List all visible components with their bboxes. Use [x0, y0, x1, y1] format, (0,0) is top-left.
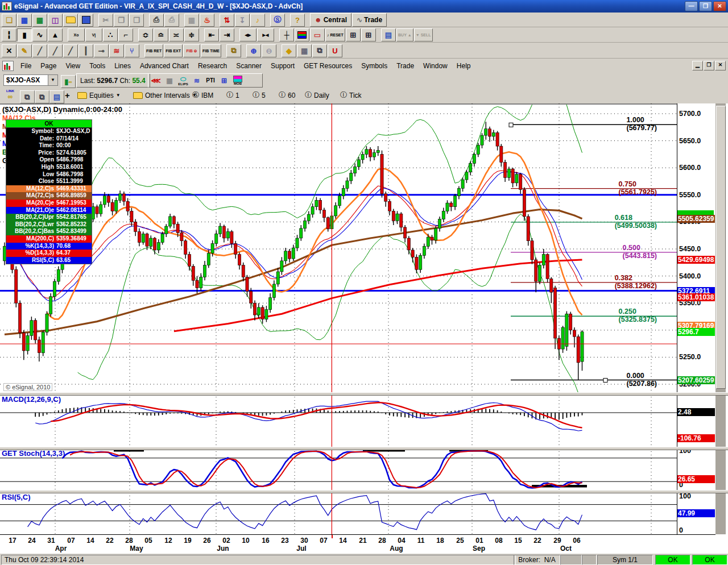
restore-button[interactable]: ❐ [699, 1, 712, 11]
candle-chart-icon[interactable]: ▮ [17, 28, 32, 41]
menu-item-support[interactable]: Support [266, 60, 299, 72]
context-help-icon[interactable]: ? [290, 14, 305, 27]
extended-line-icon[interactable]: ╱ [63, 44, 78, 57]
menu-item-advanced-chart[interactable]: Advanced Chart [135, 60, 193, 72]
save-icon[interactable] [78, 14, 93, 27]
trade-button[interactable]: ∿Trade [352, 13, 387, 27]
equities-folder[interactable]: Equities▼ [74, 89, 124, 102]
quote-window-icon[interactable]: ▦ [32, 14, 47, 27]
menu-item-tools[interactable]: Tools [85, 60, 110, 72]
hot-function-icon[interactable]: ♨ [200, 14, 214, 27]
mdi-minimize-button[interactable]: ▁ [692, 61, 703, 70]
menu-item-file[interactable]: File [16, 60, 36, 72]
pan-left-icon[interactable]: ◀▶ [239, 28, 257, 41]
open-icon[interactable] [63, 14, 78, 27]
rewind-arrows-icon[interactable]: ⋘ [150, 74, 162, 86]
menu-item-symbols[interactable]: Symbols [357, 60, 392, 72]
grid-tool-icon[interactable]: ▦ [163, 74, 176, 86]
crosshair-toggle-icon[interactable]: ┼ [279, 28, 294, 41]
volume-bars-icon[interactable]: V| [85, 28, 102, 41]
window-copy2-icon[interactable]: ⧉ [35, 90, 49, 103]
panel-separator[interactable] [0, 392, 728, 396]
new-chart-icon[interactable]: ❏ [2, 14, 16, 27]
alert-bell-icon[interactable]: ♪ [250, 14, 265, 27]
central-button[interactable]: ☻Central [310, 13, 351, 27]
symbol-search-icon[interactable]: Ⓢ [270, 14, 285, 27]
interval-60[interactable]: Ⓘ60 [275, 89, 299, 102]
add-symbol-icon[interactable]: + [65, 90, 70, 100]
fib-retracement-icon[interactable]: FIB RET [144, 44, 163, 57]
sort-updown-icon[interactable]: ⇅ [220, 14, 234, 27]
print-icon[interactable]: ⎙ [149, 14, 164, 27]
pti-icon[interactable]: PTI [204, 74, 217, 86]
pencil-icon[interactable]: ✎ [17, 44, 32, 57]
stretch-scale-icon[interactable]: ≑ [184, 28, 199, 41]
scrollbar-thumb[interactable] [716, 106, 726, 389]
fan-lines-icon[interactable]: ⑂ [125, 44, 139, 57]
sell-button-icon[interactable]: ▼ SELL [414, 28, 433, 41]
menu-item-scanner[interactable]: Scanner [231, 60, 266, 72]
regression-lines-icon[interactable]: ≋ [191, 74, 203, 86]
symbol-input[interactable]: $XJO-ASX▼ [3, 74, 58, 86]
compress-bars-icon[interactable]: ≎ [138, 28, 153, 41]
menu-item-research[interactable]: Research [193, 60, 231, 72]
properties-icon[interactable]: ▤ [49, 90, 64, 103]
symbol-shortcut-ibm[interactable]: ⓈIBM [189, 89, 217, 102]
window-copy-icon[interactable]: ⧉ [20, 90, 35, 103]
menu-item-window[interactable]: Window [419, 60, 452, 72]
chart-window-icon[interactable]: ▦ [17, 14, 32, 27]
link-icon[interactable]: LINK∞ [4, 89, 16, 101]
copy-drawing-icon[interactable]: ⧉ [226, 44, 241, 57]
menu-item-help[interactable]: Help [452, 60, 475, 72]
eraser-icon[interactable]: ◆ [282, 44, 296, 57]
apply-window-icon[interactable]: ⊞ [346, 28, 361, 41]
menu-item-page[interactable]: Page [36, 60, 61, 72]
line-chart-icon[interactable]: ∿ [32, 28, 47, 41]
reset-icon[interactable]: ♪ RESET [325, 28, 345, 41]
mdi-close-button[interactable]: ✕ [715, 61, 726, 70]
panel-separator[interactable] [0, 447, 728, 450]
multi-page-icon[interactable]: ⧉ [312, 44, 327, 57]
color-bars-icon[interactable] [295, 28, 309, 41]
interval-daily[interactable]: ⒾDaily [301, 89, 333, 102]
pan-right-icon[interactable]: ▶◀ [257, 28, 274, 41]
vertical-line-icon[interactable]: ┃ [78, 44, 93, 57]
delete-drawing-icon[interactable]: ✕ [2, 44, 16, 57]
fib-circle-icon[interactable]: FIB ⊚ [183, 44, 200, 57]
ruler-icon[interactable]: ▭ [310, 28, 325, 41]
apply-all-icon[interactable]: ⊞ [361, 28, 376, 41]
ellipse-tool-icon[interactable]: ⬭ELIPS [177, 74, 189, 86]
storage-icon[interactable]: ▦ [184, 14, 199, 27]
panel-separator[interactable] [0, 490, 728, 493]
properties-icon[interactable]: ▤ [381, 28, 396, 41]
interval-tick[interactable]: ⒾTick [337, 89, 365, 102]
symbol-link-icon[interactable]: ▮∞ [61, 75, 76, 88]
minimize-button[interactable]: — [685, 1, 698, 11]
fib-extension-icon[interactable]: FIB EXT [164, 44, 183, 57]
mdi-restore-button[interactable]: ❐ [704, 61, 714, 70]
step-chart-icon[interactable]: ⌐ [118, 28, 133, 41]
interval-1[interactable]: Ⓘ1 [223, 89, 243, 102]
zoom-out-icon[interactable]: ⊖ [262, 44, 276, 57]
menu-item-view[interactable]: View [61, 60, 85, 72]
symbol-dropdown-arrow[interactable]: ▼ [48, 75, 57, 85]
shift-left-icon[interactable]: ⇤ [204, 28, 219, 41]
print-preview-icon[interactable]: ⎙ [164, 14, 179, 27]
point-figure-icon[interactable]: Xo [68, 28, 85, 41]
menu-item-trade[interactable]: Trade [392, 60, 419, 72]
interval-5[interactable]: Ⓘ5 [249, 89, 269, 102]
buy-button-icon[interactable]: BUY ▲ [396, 28, 413, 41]
title-bar[interactable]: eSignal - Advanced GET Edition - VIR_A_I… [0, 0, 728, 13]
menu-item-lines[interactable]: Lines [110, 60, 135, 72]
shift-right-icon[interactable]: ⇥ [220, 28, 234, 41]
price-axis[interactable]: 5700.05650.05600.05550.05500.05450.05400… [677, 103, 716, 534]
fib-time-icon[interactable]: FIB TIME [201, 44, 221, 57]
small-segment-icon[interactable]: ╱ [32, 44, 47, 57]
cut-icon[interactable]: ✂ [98, 14, 113, 27]
horizontal-line-icon[interactable]: ⊸ [94, 44, 109, 57]
magnet-snap-icon[interactable]: U [328, 44, 342, 57]
grid-icon[interactable]: ▦ [297, 44, 312, 57]
vertical-scrollbar[interactable] [715, 103, 726, 534]
close-button[interactable]: ✕ [713, 1, 726, 11]
trendline-icon[interactable]: ╱ [48, 44, 63, 57]
